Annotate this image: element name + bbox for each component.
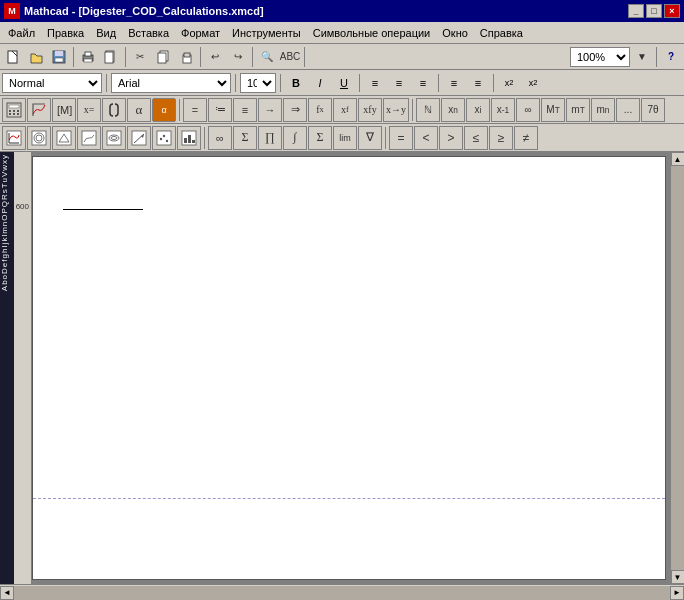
numbered-list-button[interactable]: ≡ — [467, 73, 489, 93]
align-left-button[interactable]: ≡ — [364, 73, 386, 93]
help-button[interactable]: ? — [660, 46, 682, 68]
preview-button[interactable] — [100, 46, 122, 68]
scroll-track-v[interactable] — [671, 166, 685, 570]
fontsize-dropdown[interactable]: 10 8 12 14 — [240, 73, 276, 93]
align-center-button[interactable]: ≡ — [388, 73, 410, 93]
3dplot-button[interactable] — [52, 126, 76, 150]
underline-button[interactable]: U — [333, 73, 355, 93]
save-button[interactable] — [48, 46, 70, 68]
svg-rect-45 — [192, 140, 195, 143]
alpha-button[interactable]: α — [127, 98, 151, 122]
open-button[interactable] — [25, 46, 47, 68]
spell-button[interactable]: ABC — [279, 46, 301, 68]
surface-button[interactable] — [77, 126, 101, 150]
redo-button[interactable]: ↪ — [227, 46, 249, 68]
capital-alpha-button[interactable]: α — [152, 98, 176, 122]
arrow-op[interactable]: → — [258, 98, 282, 122]
copy-button[interactable] — [152, 46, 174, 68]
contour-button[interactable] — [102, 126, 126, 150]
fmt-sep3 — [280, 74, 281, 92]
style-dropdown[interactable]: Normal — [2, 73, 102, 93]
dots-op[interactable]: ... — [616, 98, 640, 122]
menu-file[interactable]: Файл — [2, 25, 41, 41]
undo-button[interactable]: ↩ — [204, 46, 226, 68]
find-button[interactable]: 🔍 — [256, 46, 278, 68]
smallmt-op[interactable]: mT — [566, 98, 590, 122]
integral-button[interactable] — [102, 98, 126, 122]
bool-eq-btn[interactable]: = — [389, 126, 413, 150]
mn-op[interactable]: mn — [591, 98, 615, 122]
scroll-up-button[interactable]: ▲ — [671, 152, 685, 166]
scroll-down-button[interactable]: ▼ — [671, 570, 685, 584]
superscript-button[interactable]: x2 — [498, 73, 520, 93]
menu-help[interactable]: Справка — [474, 25, 529, 41]
menu-format[interactable]: Формат — [175, 25, 226, 41]
page-canvas[interactable] — [32, 156, 666, 580]
subscript-button[interactable]: x2 — [522, 73, 544, 93]
integral2-button[interactable]: ∫ — [283, 126, 307, 150]
scatter-button[interactable] — [152, 126, 176, 150]
nset-button[interactable]: ℕ — [416, 98, 440, 122]
matrix-button[interactable]: [M] — [52, 98, 76, 122]
theta-op[interactable]: 7θ — [641, 98, 665, 122]
print-button[interactable] — [77, 46, 99, 68]
equiv-op[interactable]: ≡ — [233, 98, 257, 122]
cut-button[interactable]: ✂ — [129, 46, 151, 68]
menu-window[interactable]: Окно — [436, 25, 474, 41]
scroll-right-button[interactable]: ► — [670, 586, 684, 600]
math2-sep2 — [385, 127, 386, 149]
polarplot-button[interactable] — [27, 126, 51, 150]
zoom-dropdown[interactable]: 100% 75% 50% 150% — [570, 47, 630, 67]
bullet-list-button[interactable]: ≡ — [443, 73, 465, 93]
bool-neq-btn[interactable]: ≠ — [514, 126, 538, 150]
menu-tools[interactable]: Инструменты — [226, 25, 307, 41]
minimize-button[interactable]: _ — [628, 4, 644, 18]
bar-button[interactable] — [177, 126, 201, 150]
power-op[interactable]: xi — [466, 98, 490, 122]
font-dropdown[interactable]: Arial — [111, 73, 231, 93]
close-button[interactable]: × — [664, 4, 680, 18]
maximize-button[interactable]: □ — [646, 4, 662, 18]
menu-edit[interactable]: Правка — [41, 25, 90, 41]
zoom-arrow[interactable]: ▼ — [631, 46, 653, 68]
svg-point-40 — [163, 134, 165, 136]
sum2-button[interactable]: Σ — [308, 126, 332, 150]
math-sep2 — [412, 99, 413, 121]
graph-button[interactable] — [27, 98, 51, 122]
bigmt-op[interactable]: MT — [541, 98, 565, 122]
scroll-track-h[interactable] — [14, 586, 670, 600]
inv-op[interactable]: x-1 — [491, 98, 515, 122]
menu-bar: Файл Правка Вид Вставка Формат Инструмен… — [0, 22, 684, 44]
double-arrow-op[interactable]: ⇒ — [283, 98, 307, 122]
subscript-op[interactable]: xn — [441, 98, 465, 122]
paste-button[interactable] — [175, 46, 197, 68]
inf2-button[interactable]: ∞ — [208, 126, 232, 150]
bool-lt-btn[interactable]: < — [414, 126, 438, 150]
fx-label[interactable]: fx — [308, 98, 332, 122]
align-right-button[interactable]: ≡ — [412, 73, 434, 93]
equals-op[interactable]: = — [183, 98, 207, 122]
xfy-label[interactable]: xfy — [358, 98, 382, 122]
menu-insert[interactable]: Вставка — [122, 25, 175, 41]
bool-gt-btn[interactable]: > — [439, 126, 463, 150]
calculator-button[interactable] — [2, 98, 26, 122]
scroll-left-button[interactable]: ◄ — [0, 586, 14, 600]
new-button[interactable] — [2, 46, 24, 68]
xfyarr-label[interactable]: x→y — [383, 98, 409, 122]
xf-label[interactable]: xf — [333, 98, 357, 122]
italic-button[interactable]: I — [309, 73, 331, 93]
xyplot-button[interactable] — [2, 126, 26, 150]
inf-op[interactable]: ∞ — [516, 98, 540, 122]
list-op[interactable]: ≔ — [208, 98, 232, 122]
vector-button[interactable] — [127, 126, 151, 150]
nabla-button[interactable]: ∇ — [358, 126, 382, 150]
menu-view[interactable]: Вид — [90, 25, 122, 41]
bool-geq-btn[interactable]: ≥ — [489, 126, 513, 150]
limit-button[interactable]: lim — [333, 126, 357, 150]
bold-button[interactable]: B — [285, 73, 307, 93]
x-equals-button[interactable]: x= — [77, 98, 101, 122]
sigma-button[interactable]: Σ — [233, 126, 257, 150]
bool-leq-btn[interactable]: ≤ — [464, 126, 488, 150]
menu-symbolic[interactable]: Символьные операции — [307, 25, 437, 41]
pi-button[interactable]: ∏ — [258, 126, 282, 150]
